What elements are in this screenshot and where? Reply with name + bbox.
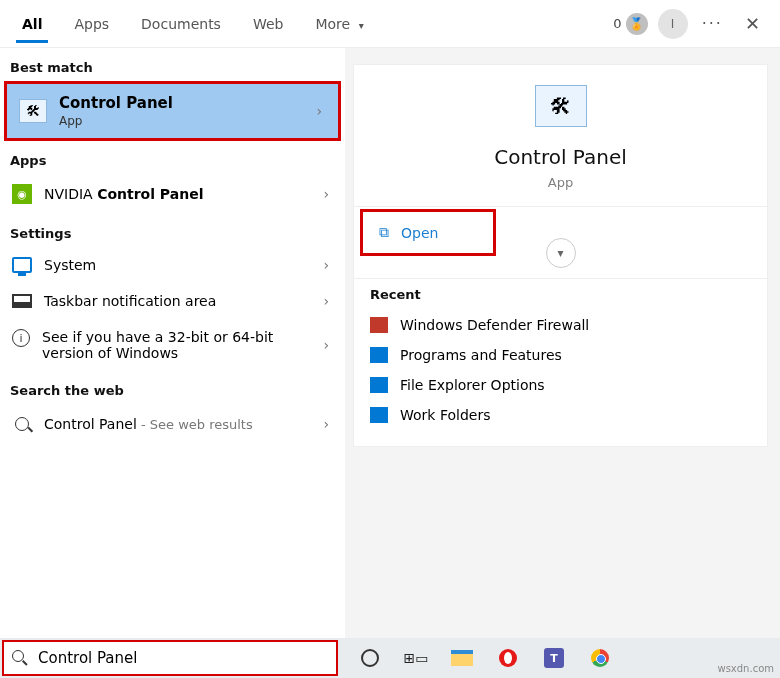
search-icon (12, 650, 28, 666)
recent-item-label: Programs and Features (400, 347, 562, 363)
work-folders-icon (370, 407, 388, 423)
best-match-result[interactable]: 🛠 Control Panel App › (4, 81, 341, 141)
detail-title: Control Panel (494, 145, 627, 169)
recent-item[interactable]: File Explorer Options (370, 370, 751, 400)
medal-icon: 🏅 (626, 13, 648, 35)
settings-heading: Settings (0, 214, 345, 247)
header-actions: 0 🏅 I ··· ✕ (613, 9, 772, 39)
task-view-icon[interactable]: ⊞▭ (404, 646, 428, 670)
setting-label: See if you have a 32-bit or 64-bit versi… (42, 329, 292, 361)
cortana-icon[interactable] (358, 646, 382, 670)
monitor-icon (12, 257, 32, 273)
setting-label: System (44, 257, 96, 273)
best-match-subtitle: App (59, 114, 173, 128)
taskbar-icon (12, 294, 32, 308)
setting-taskbar-notification[interactable]: Taskbar notification area › (2, 283, 343, 319)
search-header: All Apps Documents Web More ▾ 0 🏅 I ··· … (0, 0, 780, 48)
teams-icon[interactable]: T (542, 646, 566, 670)
chevron-down-icon: ▾ (359, 20, 364, 31)
recent-item-label: File Explorer Options (400, 377, 545, 393)
chevron-right-icon: › (323, 257, 333, 273)
folder-options-icon (370, 377, 388, 393)
recent-item[interactable]: Programs and Features (370, 340, 751, 370)
app-result-label: NVIDIA Control Panel (44, 186, 203, 202)
tab-all[interactable]: All (8, 6, 56, 42)
web-result-control-panel[interactable]: Control Panel - See web results › (2, 404, 343, 444)
chevron-right-icon: › (316, 103, 326, 119)
info-icon: i (12, 329, 30, 347)
recent-heading: Recent (370, 287, 751, 302)
firewall-icon (370, 317, 388, 333)
detail-actions: ⧉ Open ▾ (353, 207, 768, 279)
rewards-count: 0 (613, 16, 621, 31)
more-options-icon[interactable]: ··· (698, 14, 727, 33)
control-panel-icon: 🛠 (535, 85, 587, 127)
app-result-prefix: NVIDIA (44, 186, 97, 202)
app-result-bold: Control Panel (97, 186, 203, 202)
programs-icon (370, 347, 388, 363)
search-box[interactable] (2, 640, 338, 676)
chevron-right-icon: › (323, 337, 333, 353)
app-result-nvidia[interactable]: ◉ NVIDIA Control Panel › (2, 174, 343, 214)
chevron-right-icon: › (323, 416, 333, 432)
chevron-right-icon: › (323, 293, 333, 309)
web-result-suffix: - See web results (137, 417, 253, 432)
recent-item[interactable]: Windows Defender Firewall (370, 310, 751, 340)
detail-card: 🛠 Control Panel App (353, 64, 768, 207)
detail-panel: 🛠 Control Panel App ⧉ Open ▾ Recent Wind… (345, 48, 780, 638)
opera-icon[interactable] (496, 646, 520, 670)
watermark: wsxdn.com (717, 663, 774, 674)
taskbar-icons: ⊞▭ T (340, 646, 630, 670)
web-result-text: Control Panel (44, 416, 137, 432)
search-input[interactable] (36, 648, 328, 668)
apps-heading: Apps (0, 141, 345, 174)
recent-item[interactable]: Work Folders (370, 400, 751, 430)
recent-item-label: Windows Defender Firewall (400, 317, 589, 333)
recent-block: Recent Windows Defender Firewall Program… (353, 279, 768, 447)
best-match-heading: Best match (0, 48, 345, 81)
results-panel: Best match 🛠 Control Panel App › Apps ◉ … (0, 48, 345, 638)
chevron-right-icon: › (323, 186, 333, 202)
taskbar: ⊞▭ T (0, 638, 780, 678)
expand-chevron-down[interactable]: ▾ (546, 238, 576, 268)
nvidia-icon: ◉ (12, 184, 32, 204)
chrome-icon[interactable] (588, 646, 612, 670)
tab-more-label: More (315, 16, 350, 32)
open-button[interactable]: ⧉ Open (360, 209, 496, 256)
recent-item-label: Work Folders (400, 407, 490, 423)
detail-subtitle: App (548, 175, 573, 190)
account-avatar[interactable]: I (658, 9, 688, 39)
web-result-label: Control Panel - See web results (44, 416, 253, 432)
tab-documents[interactable]: Documents (127, 6, 235, 42)
setting-32-64-bit[interactable]: i See if you have a 32-bit or 64-bit ver… (2, 319, 343, 371)
search-icon (12, 414, 32, 434)
best-match-title: Control Panel (59, 94, 173, 112)
tab-more[interactable]: More ▾ (301, 6, 377, 42)
tab-web[interactable]: Web (239, 6, 298, 42)
file-explorer-icon[interactable] (450, 646, 474, 670)
open-label: Open (401, 225, 438, 241)
filter-tabs: All Apps Documents Web More ▾ (8, 0, 378, 47)
setting-label: Taskbar notification area (44, 293, 216, 309)
search-web-heading: Search the web (0, 371, 345, 404)
setting-system[interactable]: System › (2, 247, 343, 283)
rewards-badge[interactable]: 0 🏅 (613, 13, 647, 35)
open-icon: ⧉ (379, 224, 389, 241)
control-panel-icon: 🛠 (19, 99, 47, 123)
tab-apps[interactable]: Apps (60, 6, 123, 42)
close-icon[interactable]: ✕ (737, 9, 768, 38)
